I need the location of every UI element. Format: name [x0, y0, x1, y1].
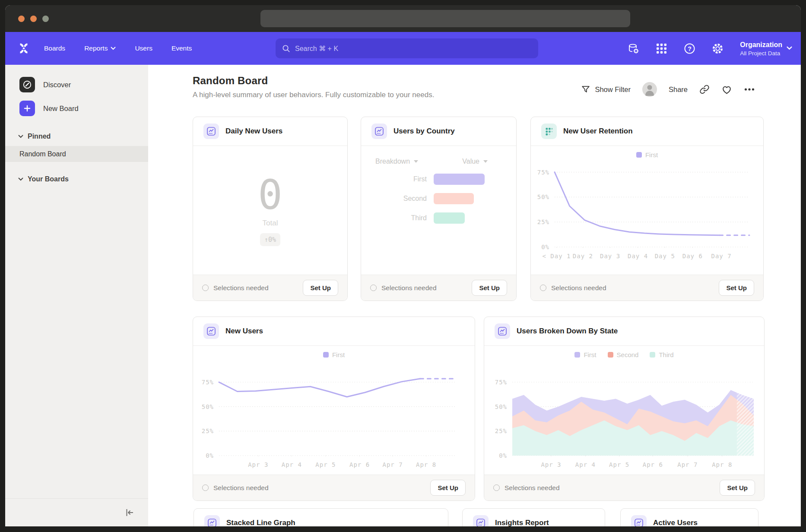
favorite-heart-icon[interactable]	[721, 84, 732, 95]
chevron-down-icon	[18, 177, 23, 181]
org-switcher[interactable]: Organization All Project Data	[740, 40, 792, 56]
nav-menu: Boards Reports Users Events	[44, 44, 192, 52]
more-options-icon[interactable]	[744, 84, 755, 95]
card-header: Users by Country	[361, 117, 516, 146]
page-title: Random Board	[193, 75, 434, 87]
svg-text:25%: 25%	[537, 218, 549, 225]
set-up-button[interactable]: Set Up	[472, 280, 507, 296]
data-management-icon[interactable]	[628, 43, 639, 54]
sidebar-section-pinned[interactable]: Pinned	[18, 133, 148, 140]
svg-text:75%: 75%	[202, 379, 214, 386]
svg-text:Day 5: Day 5	[655, 253, 675, 260]
top-navbar: Boards Reports Users Events Search ⌘ + K	[5, 32, 801, 65]
chevron-down-icon	[18, 135, 23, 138]
legend-swatch	[574, 352, 580, 358]
card-new-users: New Users First 75%50%25%0%Apr 3Apr 4Apr…	[193, 317, 475, 501]
sidebar-item-label: Discover	[43, 81, 71, 89]
status-circle-icon	[202, 285, 209, 291]
minimize-window-icon[interactable]	[30, 16, 37, 22]
browser-window: Boards Reports Users Events Search ⌘ + K	[5, 5, 801, 526]
country-row: First	[361, 174, 516, 185]
show-filter-button[interactable]: Show Filter	[581, 85, 631, 94]
set-up-button[interactable]: Set Up	[303, 280, 338, 296]
sidebar-item-discover[interactable]: Discover	[19, 76, 148, 93]
svg-text:25%: 25%	[202, 428, 214, 434]
legend-label: Second	[617, 351, 639, 358]
search-input[interactable]: Search ⌘ + K	[276, 38, 538, 58]
share-button[interactable]: Share	[669, 86, 688, 94]
legend-label: First	[332, 351, 345, 358]
svg-text:Apr 4: Apr 4	[282, 461, 302, 468]
sidebar-item-label: New Board	[43, 104, 79, 113]
settings-gear-icon[interactable]	[712, 43, 723, 54]
country-row: Second	[361, 193, 516, 204]
card-header: Daily New Users	[193, 117, 347, 146]
card-title: Users Broken Down By State	[517, 327, 618, 336]
svg-text:< Day 1: < Day 1	[543, 253, 571, 260]
set-up-button[interactable]: Set Up	[430, 480, 466, 496]
org-scope: All Project Data	[740, 50, 782, 57]
card-footer: Selections needed Set Up	[361, 275, 516, 301]
retention-grid-icon	[541, 124, 557, 139]
chart-legend: First	[193, 351, 475, 358]
search-placeholder: Search ⌘ + K	[295, 44, 338, 53]
set-up-button[interactable]: Set Up	[719, 280, 754, 296]
card-insights-report: Insights Report	[462, 508, 605, 526]
value-dropdown[interactable]: Value	[462, 158, 488, 165]
card-title: Active Users	[653, 519, 698, 526]
nav-item-events[interactable]: Events	[171, 44, 192, 52]
zoom-window-icon[interactable]	[42, 16, 49, 22]
address-bar[interactable]	[260, 10, 630, 27]
plus-icon	[19, 101, 35, 116]
sidebar-item-new-board[interactable]: New Board	[19, 100, 148, 117]
svg-text:50%: 50%	[537, 193, 549, 200]
country-row: Third	[361, 212, 516, 224]
nav-item-boards[interactable]: Boards	[44, 44, 65, 52]
nav-item-users[interactable]: Users	[135, 44, 152, 52]
country-row-label: First	[361, 175, 427, 183]
card-stacked-line-graph: Stacked Line Graph	[194, 508, 448, 526]
svg-text:Apr 8: Apr 8	[416, 461, 436, 468]
svg-text:Apr 7: Apr 7	[382, 461, 403, 468]
line-chart-icon	[495, 323, 510, 339]
apps-grid-icon[interactable]	[656, 43, 667, 54]
line-chart-icon	[473, 515, 489, 526]
svg-text:Day 4: Day 4	[628, 253, 648, 260]
status-circle-icon	[493, 484, 500, 491]
metric-delta-badge: ↑0%	[260, 233, 280, 246]
mixpanel-logo-icon[interactable]	[17, 41, 30, 55]
help-icon[interactable]: ?	[684, 43, 695, 54]
retention-line-chart: 75%50%25%0%< Day 1Day 2Day 3Day 4Day 5Da…	[537, 155, 753, 263]
nav-item-reports[interactable]: Reports	[84, 44, 116, 52]
svg-text:Apr 5: Apr 5	[315, 461, 336, 468]
svg-text:Apr 5: Apr 5	[609, 461, 629, 468]
collapse-sidebar-icon[interactable]	[124, 507, 135, 518]
status-text: Selections needed	[213, 284, 269, 292]
metric-value: 0	[258, 175, 282, 215]
legend-label: First	[584, 351, 596, 358]
copy-link-icon[interactable]	[699, 84, 710, 95]
line-chart-icon	[631, 515, 647, 526]
card-title: Stacked Line Graph	[226, 519, 295, 526]
set-up-button[interactable]: Set Up	[720, 480, 755, 496]
svg-text:Apr 4: Apr 4	[575, 461, 596, 468]
breakdown-dropdown[interactable]: Breakdown	[375, 158, 418, 165]
status-text: Selections needed	[213, 484, 269, 492]
metric-block: 0 Total ↑0%	[193, 146, 347, 275]
search-icon	[282, 44, 290, 53]
svg-text:Day 2: Day 2	[573, 253, 593, 260]
legend-swatch	[608, 352, 613, 358]
svg-text:50%: 50%	[495, 403, 507, 410]
avatar[interactable]	[642, 82, 657, 97]
close-window-icon[interactable]	[18, 16, 25, 22]
sidebar-section-your-boards[interactable]: Your Boards	[18, 175, 148, 183]
card-header: Stacked Line Graph	[194, 509, 448, 526]
sidebar-board-random-board[interactable]: Random Board	[5, 146, 148, 162]
org-name: Organization	[740, 40, 782, 50]
card-new-user-retention: New User Retention First 75%50%25%0%< Da…	[530, 117, 764, 301]
chevron-down-icon	[414, 160, 418, 163]
svg-text:0%: 0%	[499, 452, 507, 459]
new-users-line-chart: 75%50%25%0%Apr 3Apr 4Apr 5Apr 6Apr 7Apr …	[199, 365, 460, 471]
discover-compass-icon	[19, 77, 35, 92]
card-title: New Users	[225, 327, 263, 336]
